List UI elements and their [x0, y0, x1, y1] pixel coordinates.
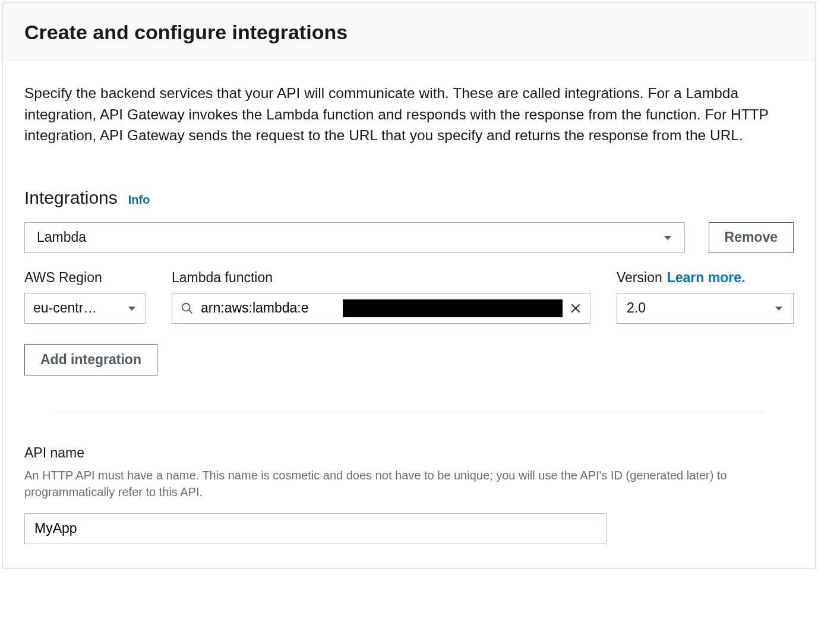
integrations-heading-row: Integrations Info	[24, 188, 794, 208]
lambda-function-label: Lambda function	[172, 270, 590, 286]
version-value: 2.0	[627, 300, 646, 316]
svg-marker-0	[664, 236, 671, 240]
add-integration-button[interactable]: Add integration	[24, 344, 157, 375]
integration-type-value: Lambda	[37, 229, 86, 245]
caret-down-icon	[774, 304, 784, 313]
lambda-function-input-wrap[interactable]	[172, 293, 590, 324]
version-field: Version Learn more. 2.0	[617, 270, 794, 324]
intro-text: Specify the backend services that your A…	[24, 83, 794, 146]
panel-header: Create and configure integrations	[3, 3, 815, 61]
integration-type-select[interactable]: Lambda	[24, 222, 685, 253]
version-label-row: Version Learn more.	[617, 270, 794, 286]
integrations-heading: Integrations	[24, 188, 118, 208]
region-field: AWS Region eu-centr…	[24, 270, 146, 324]
lambda-function-field: Lambda function	[172, 270, 590, 324]
caret-down-icon	[663, 233, 672, 242]
api-name-input[interactable]	[24, 513, 607, 544]
divider	[54, 411, 764, 412]
clear-input-icon[interactable]	[570, 302, 582, 314]
integration-type-row: Lambda Remove	[24, 222, 794, 253]
integration-fields-row: AWS Region eu-centr… Lambda function	[24, 270, 794, 324]
api-name-label: API name	[24, 445, 794, 461]
svg-marker-6	[775, 307, 782, 311]
region-value: eu-centr…	[33, 300, 97, 316]
redacted-block	[343, 299, 563, 317]
region-select[interactable]: eu-centr…	[24, 293, 146, 324]
svg-line-3	[189, 310, 192, 313]
lambda-function-input[interactable]	[201, 300, 336, 316]
page-title: Create and configure integrations	[24, 21, 794, 44]
search-icon	[181, 302, 194, 315]
learn-more-link[interactable]: Learn more.	[667, 270, 746, 286]
info-link[interactable]: Info	[128, 193, 150, 207]
version-label: Version	[617, 270, 662, 286]
panel-body: Specify the backend services that your A…	[3, 61, 815, 568]
api-name-help: An HTTP API must have a name. This name …	[24, 467, 794, 500]
region-label: AWS Region	[24, 270, 146, 286]
remove-button[interactable]: Remove	[709, 222, 794, 253]
svg-marker-1	[128, 307, 135, 311]
svg-point-2	[182, 303, 190, 311]
create-integrations-panel: Create and configure integrations Specif…	[2, 2, 816, 569]
version-select[interactable]: 2.0	[617, 293, 794, 324]
caret-down-icon	[127, 304, 137, 313]
